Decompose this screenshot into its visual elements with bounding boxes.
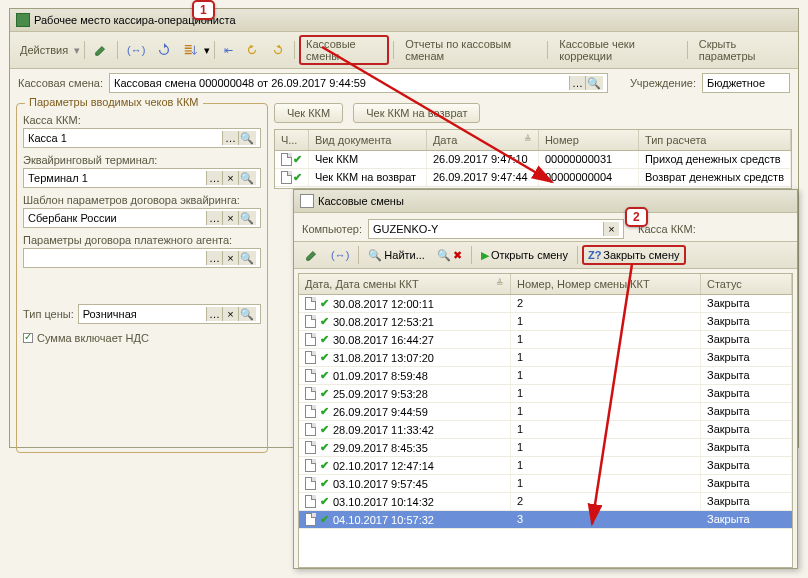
clear-icon[interactable]: × [603, 222, 619, 236]
edit-icon[interactable] [89, 40, 113, 60]
docs-grid: Ч... Вид документа Дата≜ Номер Тип расче… [274, 129, 792, 189]
nav-icon[interactable]: (↔) [326, 246, 354, 264]
link-korrekcii[interactable]: Кассовые чеки коррекции [552, 35, 683, 65]
redo-icon[interactable] [266, 40, 290, 60]
agent-input[interactable]: …×🔍 [23, 248, 261, 268]
doc-icon [305, 315, 316, 328]
table-row[interactable]: ✔ 02.10.2017 12:47:141Закрыта [299, 457, 792, 475]
doc-icon [305, 387, 316, 400]
org-input[interactable]: Бюджетное [702, 73, 790, 93]
check-icon: ✔ [320, 477, 329, 490]
dots-icon[interactable]: … [206, 307, 222, 321]
clear-find-icon[interactable]: 🔍✖ [432, 246, 467, 265]
clear-icon[interactable]: × [222, 251, 238, 265]
link-otchety[interactable]: Отчеты по кассовым сменам [398, 35, 543, 65]
templ-input[interactable]: Сбербанк России …×🔍 [23, 208, 261, 228]
table-row[interactable]: ✔ 30.08.2017 16:44:271Закрыта [299, 331, 792, 349]
check-icon: ✔ [320, 315, 329, 328]
dots-icon[interactable]: … [206, 211, 222, 225]
comp-input[interactable]: GUZENKO-Y × [368, 219, 624, 239]
dots-icon[interactable]: … [206, 171, 222, 185]
search-icon[interactable]: 🔍 [238, 131, 256, 145]
table-row[interactable]: ✔ 29.09.2017 8:45:351Закрыта [299, 439, 792, 457]
doc-icon [305, 423, 316, 436]
agent-label: Параметры договора платежного агента: [23, 234, 261, 246]
search-icon[interactable]: 🔍 [238, 211, 256, 225]
sort-asc-icon: ≜ [496, 278, 504, 290]
col-calc[interactable]: Тип расчета [639, 130, 791, 150]
table-row[interactable]: ✔ 28.09.2017 11:33:421Закрыта [299, 421, 792, 439]
shift-input[interactable]: Кассовая смена 000000048 от 26.09.2017 9… [109, 73, 608, 93]
dots-icon[interactable]: … [569, 76, 585, 90]
dots-icon[interactable]: … [206, 251, 222, 265]
chek-vozvrat-button[interactable]: Чек ККМ на возврат [353, 103, 480, 123]
doc-icon [305, 495, 316, 508]
table-row[interactable]: ✔ 25.09.2017 9:53:281Закрыта [299, 385, 792, 403]
clear-icon[interactable]: × [222, 171, 238, 185]
find-button[interactable]: 🔍 Найти... [363, 246, 430, 265]
refresh-icon[interactable] [152, 40, 176, 60]
doc-icon [305, 513, 316, 526]
search-icon[interactable]: 🔍 [238, 307, 256, 321]
edit-icon[interactable] [300, 245, 324, 265]
check-icon: ✔ [320, 459, 329, 472]
doc-icon [305, 441, 316, 454]
col-type[interactable]: Вид документа [309, 130, 427, 150]
table-row[interactable]: ✔Чек ККМ26.09.2017 9:47:1000000000031При… [275, 151, 791, 169]
doc-icon [305, 351, 316, 364]
params-group: Параметры вводимых чеков ККМ Касса ККМ: … [16, 103, 268, 453]
doc-icon [305, 333, 316, 346]
nav-prev-icon[interactable]: (↔) [122, 41, 150, 59]
clear-icon[interactable]: × [222, 307, 238, 321]
check-icon: ✔ [320, 423, 329, 436]
search-icon[interactable]: 🔍 [585, 76, 603, 90]
chek-kkm-button[interactable]: Чек ККМ [274, 103, 343, 123]
nds-checkbox[interactable] [23, 333, 33, 343]
link-kassovye-smeny[interactable]: Кассовые смены [299, 35, 389, 65]
table-row[interactable]: ✔ 31.08.2017 13:07:201Закрыта [299, 349, 792, 367]
badge-1: 1 [192, 0, 215, 20]
col-date[interactable]: Дата, Дата смены ККТ≜ [299, 274, 511, 294]
price-input[interactable]: Розничная …×🔍 [78, 304, 261, 324]
check-icon: ✔ [320, 333, 329, 346]
undo-icon[interactable] [240, 40, 264, 60]
sub-window: Кассовые смены Компьютер: GUZENKO-Y × Ка… [293, 189, 798, 569]
open-shift-button[interactable]: ▶ Открыть смену [476, 246, 573, 265]
org-label: Учреждение: [630, 77, 696, 89]
clear-icon[interactable]: × [222, 211, 238, 225]
col-status[interactable]: Статус [701, 274, 792, 294]
term-input[interactable]: Терминал 1 …×🔍 [23, 168, 261, 188]
sort-icon[interactable] [178, 40, 202, 60]
shift-row: Кассовая смена: Кассовая смена 000000048… [10, 69, 798, 97]
actions-menu[interactable]: Действия [16, 42, 72, 58]
nav-first-icon[interactable]: ⇤ [219, 41, 238, 60]
table-row[interactable]: ✔ 01.09.2017 8:59:481Закрыта [299, 367, 792, 385]
check-icon: ✔ [320, 513, 329, 526]
app-icon [16, 13, 30, 27]
check-icon: ✔ [320, 369, 329, 382]
link-skryt[interactable]: Скрыть параметры [692, 35, 792, 65]
dots-icon[interactable]: … [222, 131, 238, 145]
col-date[interactable]: Дата≜ [427, 130, 539, 150]
col-num[interactable]: Номер [539, 130, 639, 150]
search-icon[interactable]: 🔍 [238, 251, 256, 265]
doc-icon [305, 369, 316, 382]
doc-icon [281, 153, 292, 166]
check-icon: ✔ [320, 405, 329, 418]
col-check[interactable]: Ч... [275, 130, 309, 150]
search-icon[interactable]: 🔍 [238, 171, 256, 185]
table-row[interactable]: ✔ 30.08.2017 12:53:211Закрыта [299, 313, 792, 331]
close-shift-button[interactable]: Z? Закрыть смену [582, 245, 686, 265]
doc-icon [305, 297, 316, 310]
main-titlebar: Рабочее место кассира-операциониста [10, 9, 798, 32]
check-icon: ✔ [320, 441, 329, 454]
kassa-input[interactable]: Касса 1 …🔍 [23, 128, 261, 148]
table-row[interactable]: ✔Чек ККМ на возврат26.09.2017 9:47:44000… [275, 169, 791, 187]
table-row[interactable]: ✔ 30.08.2017 12:00:112Закрыта [299, 295, 792, 313]
table-row[interactable]: ✔ 26.09.2017 9:44:591Закрыта [299, 403, 792, 421]
kassa-label: Касса ККМ: [23, 114, 261, 126]
table-row[interactable]: ✔ 03.10.2017 10:14:322Закрыта [299, 493, 792, 511]
table-row[interactable]: ✔ 03.10.2017 9:57:451Закрыта [299, 475, 792, 493]
col-num[interactable]: Номер, Номер смены ККТ [511, 274, 701, 294]
table-row[interactable]: ✔ 04.10.2017 10:57:323Закрыта [299, 511, 792, 529]
